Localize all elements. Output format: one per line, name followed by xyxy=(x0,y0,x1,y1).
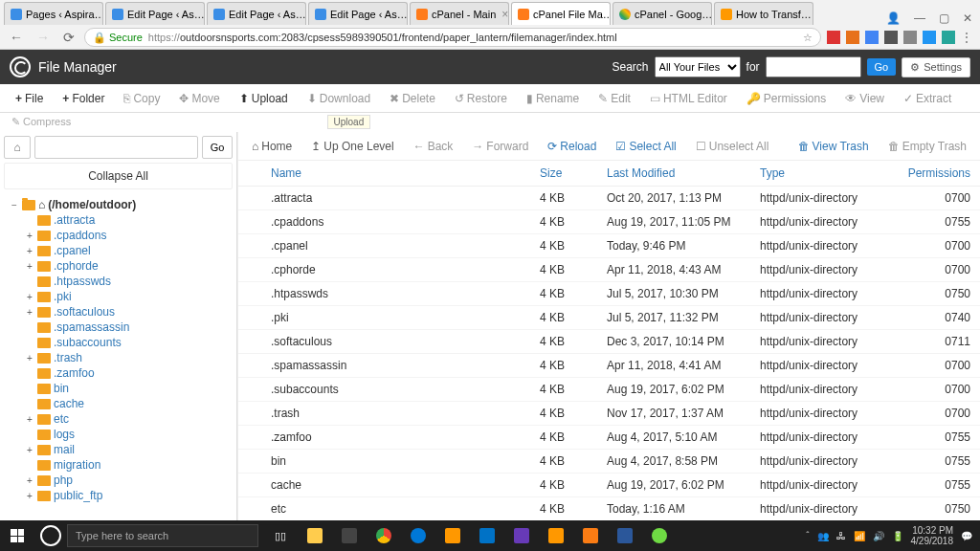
table-row[interactable]: .softaculous4 KBDec 3, 2017, 10:14 PMhtt… xyxy=(238,330,980,354)
delete-button[interactable]: ✖Delete xyxy=(380,92,445,105)
ext-icon[interactable] xyxy=(846,31,859,44)
table-row[interactable]: .subaccounts4 KBAug 19, 2017, 6:02 PMhtt… xyxy=(238,378,980,402)
table-row[interactable]: .htpasswds4 KBJul 5, 2017, 10:30 PMhttpd… xyxy=(238,282,980,306)
outlook-icon[interactable] xyxy=(471,520,503,551)
expand-icon[interactable]: + xyxy=(25,475,34,486)
browser-tab[interactable]: How to Transf…× xyxy=(714,2,813,25)
upwork-icon[interactable] xyxy=(643,520,676,551)
tree-item[interactable]: cache xyxy=(10,396,236,411)
back-nav-button[interactable]: ←Back xyxy=(404,140,463,153)
expand-icon[interactable]: + xyxy=(25,491,34,501)
minimize-icon[interactable]: — xyxy=(914,11,925,25)
table-row[interactable]: cache4 KBAug 19, 2017, 6:02 PMhttpd/unix… xyxy=(238,474,980,497)
expand-icon[interactable]: + xyxy=(25,414,34,425)
tree-item[interactable]: +php xyxy=(10,473,236,488)
tree-item[interactable]: migration xyxy=(10,457,236,473)
ext-icon[interactable] xyxy=(923,31,936,44)
expand-icon[interactable]: + xyxy=(25,261,34,272)
browser-tab[interactable]: cPanel - Goog…× xyxy=(612,2,712,25)
col-type[interactable]: Type xyxy=(760,166,894,180)
upload-button[interactable]: ⬆Upload xyxy=(230,92,298,105)
address-bar[interactable]: 🔒 Secure https:// outdoorsnsports.com:20… xyxy=(84,28,821,47)
compress-button[interactable]: ✎ Compress xyxy=(6,116,77,127)
table-row[interactable]: .attracta4 KBOct 20, 2017, 1:13 PMhttpd/… xyxy=(238,187,980,210)
col-modified[interactable]: Last Modified xyxy=(607,166,760,180)
maximize-icon[interactable]: ▢ xyxy=(939,11,949,25)
copy-button[interactable]: ⎘Copy xyxy=(114,92,169,105)
explorer-icon[interactable] xyxy=(299,520,331,551)
notifications-icon[interactable]: 💬 xyxy=(961,531,972,541)
search-scope-select[interactable]: All Your Files xyxy=(655,56,741,77)
tree-item[interactable]: +public_ftp xyxy=(10,488,236,503)
search-go-button[interactable]: Go xyxy=(867,58,897,76)
browser-tab[interactable]: cPanel - Main× xyxy=(410,2,509,25)
expand-icon[interactable]: + xyxy=(25,445,34,455)
tree-root[interactable]: − ⌂ (/home/outdoor) xyxy=(10,197,236,212)
table-row[interactable]: bin4 KBAug 4, 2017, 8:58 PMhttpd/unix-di… xyxy=(238,450,980,474)
wifi-icon[interactable]: 📶 xyxy=(854,531,865,541)
collapse-icon[interactable]: − xyxy=(10,200,19,210)
sublime-icon[interactable] xyxy=(540,520,572,551)
tree-item[interactable]: +.softaculous xyxy=(10,304,236,320)
expand-icon[interactable]: + xyxy=(25,307,34,318)
browser-tab[interactable]: cPanel File Ma…× xyxy=(511,2,611,25)
browser-tab[interactable]: Edit Page ‹ As…× xyxy=(105,2,205,25)
view-button[interactable]: 👁View xyxy=(835,92,894,105)
browser-tab[interactable]: Edit Page ‹ As…× xyxy=(207,2,306,25)
menu-icon[interactable]: ⋮ xyxy=(961,31,974,44)
tree-item[interactable]: +.cphorde xyxy=(10,258,236,274)
view-trash-button[interactable]: 🗑View Trash xyxy=(789,140,879,153)
expand-icon[interactable]: + xyxy=(25,292,34,302)
table-row[interactable]: .cpanel4 KBToday, 9:46 PMhttpd/unix-dire… xyxy=(238,234,980,258)
back-icon[interactable]: ← xyxy=(6,30,27,45)
task-view-icon[interactable]: ▯▯ xyxy=(264,520,297,551)
col-permissions[interactable]: Permissions xyxy=(894,166,970,180)
home-button[interactable]: ⌂ xyxy=(4,136,31,159)
store-icon[interactable] xyxy=(333,520,366,551)
collapse-all-button[interactable]: Collapse All xyxy=(4,163,233,189)
table-row[interactable]: .trash4 KBNov 17, 2017, 1:37 AMhttpd/uni… xyxy=(238,402,980,426)
tree-item[interactable]: .zamfoo xyxy=(10,365,236,381)
chrome-icon[interactable] xyxy=(368,520,400,551)
settings-button[interactable]: ⚙ Settings xyxy=(902,57,970,77)
tree-item[interactable]: +etc xyxy=(10,411,236,427)
forward-nav-button[interactable]: →Forward xyxy=(462,140,538,153)
browser-tab[interactable]: Pages ‹ Aspira…× xyxy=(4,2,103,25)
unselect-all-button[interactable]: ☐Unselect All xyxy=(686,140,779,153)
table-row[interactable]: .zamfoo4 KBAug 4, 2017, 5:10 AMhttpd/uni… xyxy=(238,426,980,450)
start-button[interactable] xyxy=(0,520,34,551)
tree-item[interactable]: .spamassassin xyxy=(10,320,236,335)
table-row[interactable]: .pki4 KBJul 5, 2017, 11:32 PMhttpd/unix-… xyxy=(238,306,980,330)
tree-item[interactable]: +.cpaddons xyxy=(10,228,236,243)
edge-icon[interactable] xyxy=(402,520,434,551)
restore-button[interactable]: ↺Restore xyxy=(445,92,517,105)
tree-item[interactable]: +mail xyxy=(10,442,236,457)
tray-chevron-icon[interactable]: ˆ xyxy=(806,531,809,541)
extract-button[interactable]: ✓Extract xyxy=(894,92,961,105)
up-level-button[interactable]: ↥Up One Level xyxy=(301,140,403,153)
volume-icon[interactable]: 🔊 xyxy=(873,531,884,541)
ext-icon[interactable] xyxy=(903,31,917,44)
rename-button[interactable]: ▮Rename xyxy=(517,92,589,105)
xampp-icon[interactable] xyxy=(574,520,607,551)
close-icon[interactable]: ✕ xyxy=(963,11,972,25)
cortana-icon[interactable] xyxy=(40,525,61,546)
download-button[interactable]: ⬇Download xyxy=(298,92,380,105)
tree-item[interactable]: logs xyxy=(10,427,236,442)
path-input[interactable] xyxy=(34,136,198,159)
browser-tab[interactable]: Edit Page ‹ As…× xyxy=(308,2,408,25)
html-editor-button[interactable]: ▭HTML Editor xyxy=(640,92,737,105)
ext-icon[interactable] xyxy=(865,31,879,44)
user-icon[interactable]: 👤 xyxy=(886,11,901,25)
clock[interactable]: 10:32 PM 4/29/2018 xyxy=(911,525,954,546)
table-row[interactable]: etc4 KBToday, 1:16 AMhttpd/unix-director… xyxy=(238,497,980,521)
expand-icon[interactable]: + xyxy=(25,231,34,241)
tree-item[interactable]: +.pki xyxy=(10,289,236,304)
network-icon[interactable]: 🖧 xyxy=(836,531,846,541)
ext-icon[interactable] xyxy=(827,31,840,44)
table-row[interactable]: .cpaddons4 KBAug 19, 2017, 11:05 PMhttpd… xyxy=(238,210,980,234)
edit-button[interactable]: ✎Edit xyxy=(589,92,640,105)
expand-icon[interactable]: + xyxy=(25,246,34,256)
ext-icon[interactable] xyxy=(942,31,955,44)
tree-item[interactable]: +.cpanel xyxy=(10,243,236,258)
